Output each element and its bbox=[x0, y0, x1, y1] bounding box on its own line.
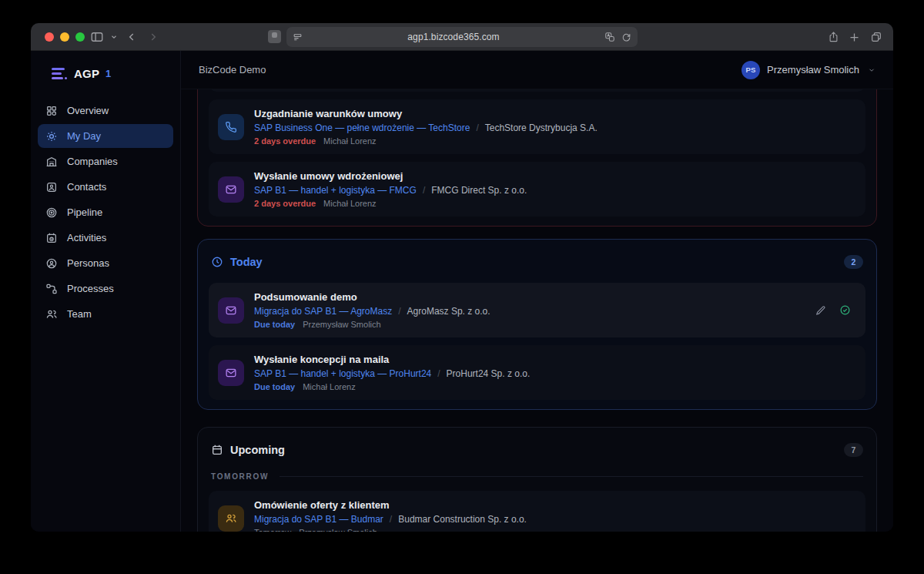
sidebar-toggle-icon[interactable] bbox=[88, 23, 106, 51]
task-row[interactable]: Uzgadnianie warunków umowy SAP Business … bbox=[209, 99, 865, 154]
sidebar: AGP 1 Overview My Day Companies bbox=[31, 51, 181, 532]
sidebar-item-label: Personas bbox=[67, 257, 109, 269]
share-icon[interactable] bbox=[824, 23, 842, 51]
company-name: Budmar Construction Sp. z o.o. bbox=[398, 514, 527, 525]
target-icon bbox=[45, 206, 58, 219]
app-header: BizCode Demo PS Przemysław Smolich bbox=[181, 51, 893, 89]
sidebar-item-activities[interactable]: Activities bbox=[38, 226, 173, 250]
status-badge: Due today bbox=[254, 382, 295, 391]
edit-pencil-icon[interactable] bbox=[815, 305, 826, 316]
sidebar-item-companies[interactable]: Companies bbox=[38, 149, 173, 173]
section-overdue: Uzgadnianie warunków umowy SAP Business … bbox=[197, 89, 877, 227]
reload-icon[interactable] bbox=[621, 32, 631, 42]
tab-overview-icon[interactable] bbox=[866, 23, 886, 51]
workspace-name: BizCode Demo bbox=[199, 64, 266, 76]
sidebar-item-label: Pipeline bbox=[67, 206, 102, 218]
agp-logo-icon bbox=[52, 68, 67, 79]
grid-icon bbox=[45, 105, 58, 117]
phone-icon bbox=[218, 114, 244, 140]
url-text: agp1.bizcode365.com bbox=[303, 32, 604, 42]
section-title: Upcoming bbox=[230, 444, 285, 456]
zoom-button[interactable] bbox=[75, 32, 85, 42]
task-title: Wysłanie umowy wdrożeniowej bbox=[254, 170, 853, 182]
sidebar-item-label: Team bbox=[67, 308, 92, 320]
mail-icon bbox=[218, 176, 244, 203]
app-frame: AGP 1 Overview My Day Companies bbox=[31, 51, 893, 532]
task-title: Wysłanie koncepcji na maila bbox=[254, 354, 853, 365]
sidebar-item-team[interactable]: Team bbox=[38, 302, 173, 326]
company-name: ProHurt24 Sp. z o.o. bbox=[447, 368, 531, 379]
group-label: TOMORROW bbox=[211, 472, 269, 481]
status-badge: Tomorrow bbox=[254, 528, 291, 532]
task-row[interactable]: Wysłanie umowy wdrożeniowej SAP B1 — han… bbox=[209, 162, 865, 217]
deal-link[interactable]: SAP Business One — pełne wdrożenie — Tec… bbox=[254, 123, 470, 133]
address-bar[interactable]: agp1.bizcode365.com bbox=[286, 27, 638, 47]
sidebar-item-label: Processes bbox=[67, 283, 114, 294]
assignee-name: Przemysław Smolich bbox=[303, 320, 380, 329]
sidebar-item-personas[interactable]: Personas bbox=[38, 251, 173, 275]
separator: / bbox=[437, 368, 440, 379]
users-icon bbox=[45, 308, 58, 321]
my-day-content[interactable]: Uzgadnianie warunków umowy SAP Business … bbox=[181, 89, 893, 532]
separator: / bbox=[423, 185, 425, 196]
flow-icon bbox=[45, 283, 58, 295]
forward-button[interactable] bbox=[145, 23, 162, 51]
status-badge: 2 days overdue bbox=[254, 199, 316, 208]
task-title: Podsumowanie demo bbox=[254, 291, 805, 303]
status-badge: Due today bbox=[254, 320, 295, 329]
mail-icon bbox=[218, 297, 244, 324]
sidebar-item-my-day[interactable]: My Day bbox=[38, 124, 173, 148]
task-title: Omówienie oferty z klientem bbox=[254, 499, 853, 511]
deal-link[interactable]: SAP B1 — handel + logistyka — FMCG bbox=[254, 185, 417, 196]
extension-button[interactable] bbox=[268, 30, 281, 43]
assignee-name: Michał Lorenz bbox=[323, 136, 376, 146]
group-divider: TOMORROW bbox=[211, 469, 863, 483]
status-badge: 2 days overdue bbox=[254, 136, 316, 146]
sidebar-item-overview[interactable]: Overview bbox=[38, 99, 173, 123]
sidebar-item-label: My Day bbox=[67, 130, 101, 142]
task-row-partial[interactable] bbox=[209, 89, 865, 92]
minimize-button[interactable] bbox=[60, 32, 69, 42]
building-icon bbox=[45, 156, 58, 168]
deal-link[interactable]: Migracja do SAP B1 — AgroMasz bbox=[254, 306, 392, 317]
task-row[interactable]: Podsumowanie demo Migracja do SAP B1 — A… bbox=[209, 283, 865, 337]
back-button[interactable] bbox=[123, 23, 140, 51]
brand-name: AGP bbox=[74, 67, 99, 80]
assignee-name: Michał Lorenz bbox=[323, 199, 376, 208]
user-name: Przemysław Smolich bbox=[767, 64, 859, 76]
company-name: TechStore Dystrybucja S.A. bbox=[485, 123, 598, 133]
count-badge: 7 bbox=[844, 443, 863, 457]
company-name: FMCG Direct Sp. z o.o. bbox=[431, 185, 527, 196]
calendar-clock-icon bbox=[45, 232, 58, 244]
sidebar-item-contacts[interactable]: Contacts bbox=[38, 175, 173, 199]
close-button[interactable] bbox=[45, 32, 54, 42]
complete-check-icon[interactable] bbox=[839, 304, 851, 316]
chevron-down-icon[interactable] bbox=[109, 23, 119, 51]
main-area: BizCode Demo PS Przemysław Smolich bbox=[181, 51, 893, 532]
section-upcoming: Upcoming 7 TOMORROW Omówienie oferty z k… bbox=[197, 427, 877, 532]
sidebar-item-pipeline[interactable]: Pipeline bbox=[38, 200, 173, 224]
translate-icon[interactable] bbox=[604, 32, 615, 42]
calendar-icon bbox=[211, 444, 223, 456]
browser-titlebar: agp1.bizcode365.com bbox=[31, 23, 893, 51]
count-badge: 2 bbox=[844, 255, 863, 269]
contact-icon bbox=[45, 181, 58, 193]
deal-link[interactable]: Migracja do SAP B1 — Budmar bbox=[254, 514, 383, 525]
sidebar-item-label: Companies bbox=[67, 156, 118, 167]
chevron-down-icon bbox=[868, 66, 875, 74]
sidebar-item-label: Activities bbox=[67, 232, 106, 243]
company-name: AgroMasz Sp. z o.o. bbox=[407, 306, 490, 317]
mail-icon bbox=[218, 360, 244, 386]
sidebar-item-processes[interactable]: Processes bbox=[38, 277, 173, 300]
deal-link[interactable]: SAP B1 — handel + logistyka — ProHurt24 bbox=[254, 368, 431, 379]
task-row[interactable]: Omówienie oferty z klientem Migracja do … bbox=[209, 491, 865, 532]
reader-icon[interactable] bbox=[293, 32, 303, 42]
user-menu[interactable]: PS Przemysław Smolich bbox=[742, 61, 875, 79]
sidebar-nav: Overview My Day Companies Contacts Pipel… bbox=[31, 96, 180, 329]
new-tab-icon[interactable] bbox=[845, 23, 863, 51]
assignee-name: Michał Lorenz bbox=[303, 382, 355, 391]
sidebar-item-label: Contacts bbox=[67, 181, 106, 193]
assignee-name: Przemysław Smolich bbox=[299, 528, 377, 532]
task-row[interactable]: Wysłanie koncepcji na maila SAP B1 — han… bbox=[209, 345, 865, 400]
browser-window: agp1.bizcode365.com AGP 1 bbox=[31, 23, 893, 532]
